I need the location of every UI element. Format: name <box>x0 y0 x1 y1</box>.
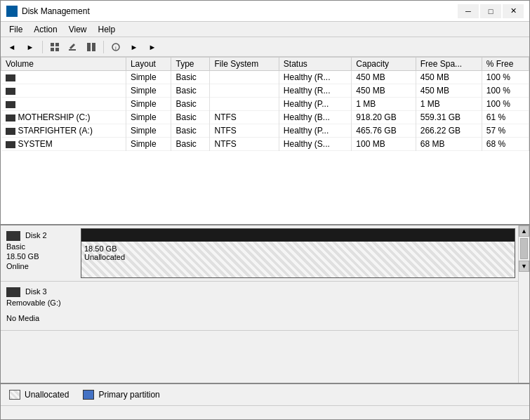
disk2-id: Disk 2 <box>25 231 47 239</box>
disk3-status: No Media <box>6 314 72 322</box>
disk-row-3: Disk 3 Removable (G:) No Media <box>1 282 518 331</box>
col-volume[interactable]: Volume <box>1 58 126 71</box>
cell-free: 1 MB <box>416 98 482 111</box>
maximize-button[interactable]: □ <box>480 4 501 18</box>
disk-row-2: Disk 2 Basic 18.50 GB Online 18.50 GB Un… <box>1 225 518 282</box>
col-status[interactable]: Status <box>279 58 352 71</box>
minimize-button[interactable]: ─ <box>458 4 479 18</box>
table-row[interactable]: SimpleBasicHealthy (R...450 MB450 MB100 … <box>1 84 529 98</box>
svg-text:i: i <box>115 45 117 51</box>
toolbar-refresh[interactable]: ► <box>144 39 161 55</box>
menu-help[interactable]: Help <box>93 23 121 36</box>
app-icon <box>6 6 18 17</box>
cell-layout: Simple <box>126 84 171 98</box>
svg-rect-3 <box>55 48 59 51</box>
toolbar-view1[interactable] <box>46 39 63 55</box>
menu-file[interactable]: File <box>4 23 28 36</box>
cell-fs: NTFS <box>210 138 279 151</box>
scroll-thumb[interactable] <box>520 238 528 259</box>
disk2-size: 18.50 GB <box>6 252 72 261</box>
col-layout[interactable]: Layout <box>126 58 171 71</box>
col-capacity[interactable]: Capacity <box>352 58 416 71</box>
col-filesystem[interactable]: File System <box>210 58 279 71</box>
cell-type: Basic <box>171 124 210 138</box>
legend-unalloc-icon <box>9 390 20 400</box>
disk2-part-header <box>81 229 515 242</box>
disk2-part-label: Unallocated <box>84 253 512 261</box>
toolbar-back[interactable]: ◄ <box>4 39 20 55</box>
cell-layout: Simple <box>126 71 171 84</box>
disk2-name: Disk 2 <box>6 231 72 241</box>
cell-type: Basic <box>171 84 210 98</box>
volume-table-area[interactable]: Volume Layout Type File System Status Ca… <box>1 57 529 225</box>
table-row[interactable]: SimpleBasicHealthy (R...450 MB450 MB100 … <box>1 71 529 84</box>
col-pctfree[interactable]: % Free <box>482 58 529 71</box>
cell-volume: SYSTEM <box>1 138 126 151</box>
toolbar-edit[interactable] <box>65 39 81 55</box>
toolbar-view2[interactable] <box>83 39 100 55</box>
disk-scrollbar[interactable]: ▲ ▼ <box>518 225 529 383</box>
disk3-name: Disk 3 <box>6 287 72 297</box>
cell-volume: MOTHERSHIP (C:) <box>1 111 126 124</box>
table-row[interactable]: SYSTEMSimpleBasicNTFSHealthy (S...100 MB… <box>1 138 529 151</box>
table-row[interactable]: STARFIGHTER (A:)SimpleBasicNTFSHealthy (… <box>1 124 529 138</box>
cell-layout: Simple <box>126 98 171 111</box>
disk2-label: Disk 2 Basic 18.50 GB Online <box>1 225 78 281</box>
cell-fs <box>210 98 279 111</box>
table-header-row: Volume Layout Type File System Status Ca… <box>1 58 529 71</box>
svg-marker-5 <box>69 44 75 49</box>
cell-capacity: 450 MB <box>352 71 416 84</box>
status-bar <box>1 405 529 419</box>
disk2-type: Basic <box>6 242 72 251</box>
cell-status: Healthy (R... <box>279 71 352 84</box>
cell-fs: NTFS <box>210 111 279 124</box>
table-row[interactable]: MOTHERSHIP (C:)SimpleBasicNTFSHealthy (B… <box>1 111 529 124</box>
disk3-partitions <box>78 282 518 330</box>
cell-status: Healthy (B... <box>279 111 352 124</box>
cell-type: Basic <box>171 111 210 124</box>
svg-rect-1 <box>55 43 59 46</box>
scroll-up[interactable]: ▲ <box>519 225 529 237</box>
cell-volume <box>1 98 126 111</box>
scroll-down[interactable]: ▼ <box>519 261 529 272</box>
disk3-icon <box>6 287 20 297</box>
window-controls: ─ □ ✕ <box>458 4 524 18</box>
disk-view-container: Disk 2 Basic 18.50 GB Online 18.50 GB Un… <box>1 225 529 383</box>
toolbar-sep2 <box>103 41 104 53</box>
menu-view[interactable]: View <box>63 23 93 36</box>
toolbar-help[interactable]: ► <box>126 39 143 55</box>
main-content: Volume Layout Type File System Status Ca… <box>1 57 529 405</box>
disk3-label: Disk 3 Removable (G:) No Media <box>1 282 78 330</box>
cell-status: Healthy (R... <box>279 84 352 98</box>
cell-type: Basic <box>171 138 210 151</box>
legend-unallocated: Unallocated <box>9 390 69 400</box>
cell-status: Healthy (S... <box>279 138 352 151</box>
svg-rect-2 <box>51 48 54 51</box>
legend-bar: Unallocated Primary partition <box>1 383 529 405</box>
toolbar-forward[interactable]: ► <box>22 39 39 55</box>
legend-unalloc-label: Unallocated <box>25 390 69 400</box>
cell-fs <box>210 71 279 84</box>
menu-action[interactable]: Action <box>28 23 62 36</box>
legend-primary-icon <box>83 390 94 400</box>
table-row[interactable]: SimpleBasicHealthy (P...1 MB1 MB100 % <box>1 98 529 111</box>
cell-pct: 57 % <box>482 124 529 138</box>
disk-view-area[interactable]: Disk 2 Basic 18.50 GB Online 18.50 GB Un… <box>1 225 518 383</box>
toolbar-sep1 <box>42 41 43 53</box>
close-button[interactable]: ✕ <box>503 4 524 18</box>
toolbar-properties[interactable]: i <box>107 39 124 55</box>
cell-pct: 100 % <box>482 98 529 111</box>
cell-capacity: 465.76 GB <box>352 124 416 138</box>
cell-free: 68 MB <box>416 138 482 151</box>
col-type[interactable]: Type <box>171 58 210 71</box>
col-freespace[interactable]: Free Spa... <box>416 58 482 71</box>
disk2-icon <box>6 231 20 241</box>
disk2-part-size: 18.50 GB <box>84 244 512 253</box>
main-window: Disk Management ─ □ ✕ File Action View H… <box>0 0 530 420</box>
legend-primary: Primary partition <box>83 390 159 400</box>
cell-layout: Simple <box>126 111 171 124</box>
svg-rect-0 <box>51 43 54 46</box>
cell-pct: 100 % <box>482 71 529 84</box>
disk2-unallocated[interactable]: 18.50 GB Unallocated <box>81 228 515 278</box>
cell-fs <box>210 84 279 98</box>
